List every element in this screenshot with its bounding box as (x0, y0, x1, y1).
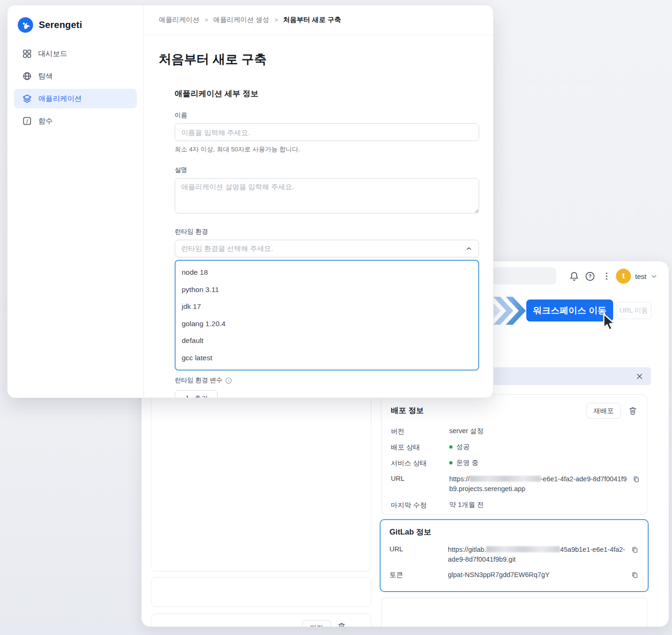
name-field-group: 이름 최소 4자 이상, 최대 50자로 사용가능 합니다. (175, 111, 479, 154)
description-field-group: 설명 (175, 166, 479, 215)
brand[interactable]: Serengeti (7, 5, 143, 37)
sidebar-item-label: 애플리케이션 (38, 94, 82, 104)
service-status-row: 서비스 상태 운영 중 (391, 455, 637, 471)
search-input[interactable] (493, 267, 556, 285)
runtime-option-gcclatest[interactable]: gcc latest (176, 350, 478, 367)
trash-icon[interactable] (337, 622, 346, 627)
brand-name: Serengeti (39, 20, 82, 30)
runtime-dropdown: node 18 python 3.11 jdk 17 golang 1.20.4… (175, 260, 479, 371)
sidebar-item-label: 함수 (38, 116, 53, 126)
gitlab-info-panel: GitLab 정보 URL https://gitlab.45a9b1e1-e6… (380, 519, 649, 592)
gitlab-token-value: glpat-NSN3ppR7gdd7EW6Rq7gY (448, 570, 626, 580)
deploy-info-title: 배포 정보 (391, 406, 424, 416)
edit-button[interactable]: 편집 (302, 620, 331, 627)
redeploy-button[interactable]: 재배포 (587, 403, 621, 419)
breadcrumb: 애플리케이션 > 애플리케이션 생성 > 처음부터 새로 구축 (144, 5, 493, 35)
avatar: t (616, 269, 631, 284)
page-title: 처음부터 새로 구축 (159, 51, 493, 68)
close-icon (636, 372, 644, 380)
gitlab-token-row: 토큰 glpat-NSN3ppR7gdd7EW6Rq7gY (389, 567, 639, 583)
copy-gitlab-url-button[interactable] (631, 546, 639, 554)
sidebar-item-dashboard[interactable]: 대시보드 (14, 44, 137, 64)
description-textarea[interactable] (175, 178, 479, 214)
deploy-status-label: 배포 상태 (391, 442, 449, 452)
gitlab-url-label: URL (389, 545, 448, 564)
user-menu[interactable]: t test (616, 268, 658, 285)
svg-text:?: ? (588, 273, 591, 279)
deploy-url-value: https://-e6e1-4fa2-ade9-8d7f0041f9b9.pro… (449, 474, 628, 494)
sidebar-item-applications[interactable]: 애플리케이션 (14, 89, 137, 108)
svg-text:?: ? (227, 378, 230, 383)
runtime-field-group: 런타임 환경 런타임 환경을 선택해 주세요. node 18 python 3… (175, 228, 479, 371)
env-var-label: 런타임 환경 변수 (175, 376, 222, 385)
dashboard-icon (22, 49, 32, 59)
application-form: 애플리케이션 세부 정보 이름 최소 4자 이상, 최대 50자로 사용가능 합… (175, 88, 479, 398)
runtime-option-python311[interactable]: python 3.11 (176, 281, 478, 299)
sidebar-item-label: 탐색 (38, 71, 53, 81)
question-circle-icon: ? (585, 271, 595, 282)
copy-deploy-url-button[interactable] (632, 475, 640, 483)
modified-value: 약 1개월 전 (449, 500, 484, 510)
close-button[interactable] (634, 371, 644, 381)
deploy-url-label: URL (391, 474, 449, 494)
breadcrumb-item[interactable]: 애플리케이션 생성 (213, 15, 269, 24)
name-label: 이름 (175, 111, 479, 120)
sidebar-nav: 대시보드 탐색 애플리 (7, 44, 143, 131)
breadcrumb-item[interactable]: 애플리케이션 (159, 15, 199, 24)
runtime-option-jdk17[interactable]: jdk 17 (176, 298, 478, 315)
help-button[interactable]: ? (583, 270, 596, 283)
runtime-option-node18[interactable]: node 18 (176, 264, 478, 281)
globe-icon (22, 71, 32, 81)
mouse-cursor-icon (600, 313, 618, 331)
sidebar-item-explore[interactable]: 탐색 (14, 66, 137, 86)
deploy-status-row: 배포 상태 성공 (391, 439, 637, 455)
plus-icon (184, 395, 191, 398)
service-status-label: 서비스 상태 (391, 458, 449, 468)
modified-label: 마지막 수정 (391, 500, 449, 510)
runtime-option-golang1204[interactable]: golang 1.20.4 (176, 315, 478, 333)
gitlab-token-label: 토큰 (389, 570, 448, 580)
sidebar-item-functions[interactable]: f 함수 (14, 111, 137, 131)
env-var-row: 런타임 환경 변수 ? (175, 376, 479, 385)
runtime-option-default[interactable]: default (176, 332, 478, 350)
breadcrumb-separator: > (205, 16, 208, 23)
deploy-url-row: URL https://-e6e1-4fa2-ade9-8d7f0041f9b9… (391, 471, 637, 497)
runtime-select-placeholder: 런타임 환경을 선택해 주세요. (181, 244, 273, 253)
trash-icon (628, 406, 637, 415)
create-application-card: Serengeti 대시보드 탐색 (7, 5, 494, 398)
modified-row: 마지막 수정 약 1개월 전 (391, 497, 637, 513)
copy-icon (631, 571, 639, 579)
description-label: 설명 (175, 166, 479, 174)
redacted-segment (486, 546, 560, 552)
content-panel-placeholder: 편집 (151, 614, 371, 627)
status-dot-green (449, 445, 453, 449)
breadcrumb-item-current: 처음부터 새로 구축 (283, 15, 341, 24)
chevron-down-icon (651, 273, 658, 280)
copy-icon (631, 546, 639, 554)
version-label: 버전 (391, 427, 449, 436)
copy-token-button[interactable] (631, 571, 639, 579)
gitlab-url-row: URL https://gitlab.45a9b1e1-e6e1-4fa2-ad… (389, 542, 639, 567)
function-icon: f (22, 116, 32, 126)
more-options-button[interactable] (600, 270, 613, 283)
svg-text:f: f (26, 118, 28, 124)
copy-icon (632, 475, 640, 483)
name-input[interactable] (175, 123, 479, 141)
runtime-label: 런타임 환경 (175, 228, 479, 236)
add-button-label: 추가 (194, 394, 208, 399)
add-env-var-button[interactable]: 추가 (175, 390, 218, 398)
delete-deployment-button[interactable] (628, 406, 637, 415)
sidebar: Serengeti 대시보드 탐색 (7, 5, 144, 398)
notifications-button[interactable] (567, 270, 580, 283)
help-circle-icon[interactable]: ? (225, 377, 232, 384)
service-status-value: 운영 중 (449, 458, 479, 468)
content-panel-placeholder (151, 577, 371, 607)
version-value: server 설정 (449, 427, 483, 436)
url-move-button[interactable]: URL 이동 (616, 302, 651, 319)
runtime-select[interactable]: 런타임 환경을 선택해 주세요. (175, 240, 479, 257)
user-name: test (635, 272, 646, 280)
name-help-text: 최소 4자 이상, 최대 50자로 사용가능 합니다. (175, 145, 479, 154)
chevron-up-icon (465, 245, 473, 252)
gitlab-url-value: https://gitlab.45a9b1e1-e6e1-4fa2-ade9-8… (448, 545, 626, 564)
version-row: 버전 server 설정 (391, 423, 637, 439)
